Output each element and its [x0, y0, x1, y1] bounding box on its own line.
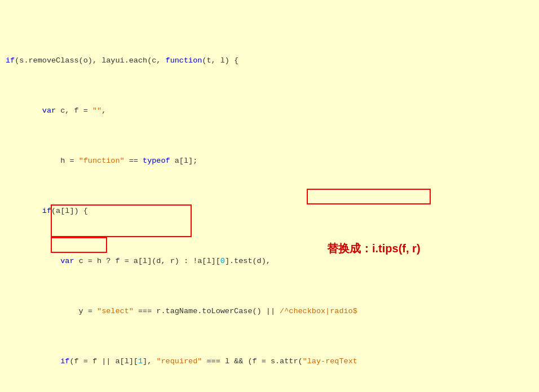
code-line-3: h = "function" == typeof a[l]; — [0, 155, 539, 167]
code-line-4: if(a[l]) { — [0, 205, 539, 217]
code-line-6: y = "select" === r.tagName.toLowerCase()… — [0, 305, 539, 318]
code-line-7: if(f = f || a[l][1], "required" === l &&… — [0, 355, 539, 368]
code-line-5: var c = h ? f = a[l](d, r) : !a[l][0].te… — [0, 255, 539, 268]
code-container: if(s.removeClass(o), layui.each(c, funct… — [0, 0, 539, 392]
code-line-1: if(s.removeClass(o), layui.each(c, funct… — [0, 55, 539, 67]
code-line-2: var c, f = "", — [0, 105, 539, 117]
annotation-text: 替换成：i.tips(f, r) — [327, 241, 421, 256]
code-block: if(s.removeClass(o), layui.each(c, funct… — [0, 0, 539, 392]
